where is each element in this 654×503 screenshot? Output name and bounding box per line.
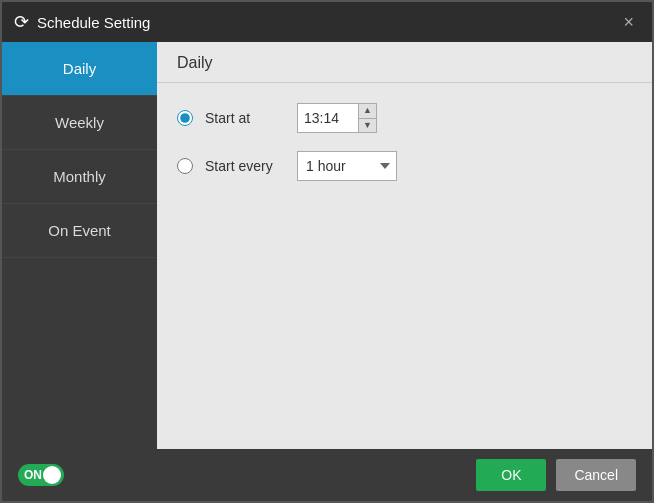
schedule-setting-dialog: ⟳ Schedule Setting × Daily Weekly Monthl…: [0, 0, 654, 503]
sidebar: Daily Weekly Monthly On Event: [2, 42, 157, 449]
time-up-button[interactable]: ▲: [359, 104, 376, 119]
sidebar-item-on-event[interactable]: On Event: [2, 204, 157, 258]
content-area: Daily Weekly Monthly On Event Daily Star…: [2, 42, 652, 449]
title-bar-left: ⟳ Schedule Setting: [14, 11, 150, 33]
time-down-button[interactable]: ▼: [359, 119, 376, 133]
sidebar-item-daily[interactable]: Daily: [2, 42, 157, 96]
ok-button[interactable]: OK: [476, 459, 546, 491]
start-every-label: Start every: [205, 158, 285, 174]
start-every-radio[interactable]: [177, 158, 193, 174]
sidebar-item-monthly[interactable]: Monthly: [2, 150, 157, 204]
close-button[interactable]: ×: [617, 11, 640, 33]
start-every-row: Start every 1 hour 2 hours 4 hours 6 hou…: [177, 151, 632, 181]
schedule-icon: ⟳: [14, 11, 29, 33]
toggle-label: ON: [24, 468, 42, 482]
dialog-title: Schedule Setting: [37, 14, 150, 31]
start-at-label: Start at: [205, 110, 285, 126]
start-at-radio[interactable]: [177, 110, 193, 126]
bottom-bar: ON OK Cancel: [2, 449, 652, 501]
time-input-wrapper: ▲ ▼: [297, 103, 377, 133]
panel-title: Daily: [157, 42, 652, 83]
start-at-row: Start at ▲ ▼: [177, 103, 632, 133]
interval-select[interactable]: 1 hour 2 hours 4 hours 6 hours 12 hours: [297, 151, 397, 181]
action-buttons: OK Cancel: [476, 459, 636, 491]
time-input[interactable]: [298, 104, 358, 132]
sidebar-item-weekly[interactable]: Weekly: [2, 96, 157, 150]
title-bar: ⟳ Schedule Setting ×: [2, 2, 652, 42]
cancel-button[interactable]: Cancel: [556, 459, 636, 491]
panel-body: Start at ▲ ▼ Start every 1 hour: [157, 83, 652, 201]
toggle-thumb: [43, 466, 61, 484]
spin-buttons: ▲ ▼: [358, 104, 376, 132]
toggle-track[interactable]: ON: [18, 464, 64, 486]
main-panel: Daily Start at ▲ ▼: [157, 42, 652, 449]
toggle-wrapper[interactable]: ON: [18, 464, 64, 486]
